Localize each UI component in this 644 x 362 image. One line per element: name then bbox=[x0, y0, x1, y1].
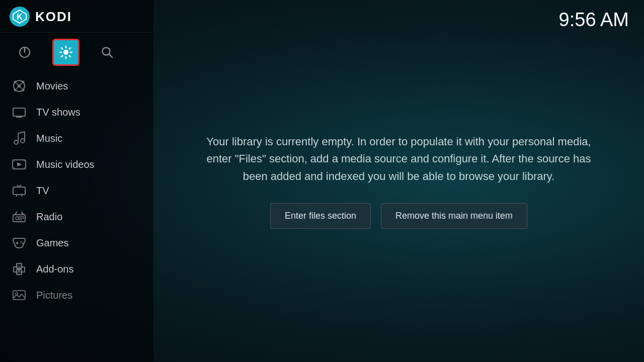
svg-rect-37 bbox=[24, 167, 26, 169]
svg-line-13 bbox=[61, 55, 63, 57]
svg-rect-56 bbox=[17, 263, 22, 268]
radio-icon bbox=[11, 209, 27, 225]
tvshows-icon bbox=[11, 104, 27, 120]
pictures-label: Pictures bbox=[36, 290, 72, 301]
svg-point-52 bbox=[21, 241, 22, 243]
search-button[interactable] bbox=[94, 39, 121, 66]
kodi-logo-icon: K bbox=[9, 6, 30, 27]
games-icon bbox=[11, 235, 27, 251]
enter-files-button[interactable]: Enter files section bbox=[270, 203, 371, 229]
sidebar-item-games[interactable]: Games bbox=[0, 230, 153, 256]
sidebar: K KODI bbox=[0, 0, 153, 362]
svg-point-5 bbox=[63, 50, 68, 55]
action-buttons: Enter files section Remove this main men… bbox=[198, 203, 600, 229]
svg-line-10 bbox=[61, 48, 63, 50]
sidebar-item-pictures[interactable]: Pictures bbox=[0, 282, 153, 308]
search-icon bbox=[101, 46, 114, 59]
svg-rect-58 bbox=[13, 291, 25, 300]
svg-rect-35 bbox=[24, 160, 26, 161]
sidebar-item-tv[interactable]: TV bbox=[0, 177, 153, 204]
svg-text:K: K bbox=[17, 13, 23, 21]
nav-list: Movies TV shows bbox=[0, 73, 153, 362]
svg-point-44 bbox=[16, 217, 19, 220]
sidebar-header: K KODI bbox=[0, 0, 153, 33]
pictures-icon bbox=[11, 287, 27, 303]
music-icon bbox=[11, 130, 27, 146]
svg-rect-57 bbox=[17, 269, 22, 275]
svg-rect-34 bbox=[13, 160, 15, 161]
power-button[interactable] bbox=[11, 39, 38, 66]
sidebar-item-radio[interactable]: Radio bbox=[0, 204, 153, 230]
music-videos-icon bbox=[11, 156, 27, 172]
movies-icon bbox=[11, 78, 27, 94]
sidebar-item-music[interactable]: Music bbox=[0, 125, 153, 151]
remove-menu-item-button[interactable]: Remove this main menu item bbox=[381, 203, 527, 229]
svg-point-53 bbox=[22, 243, 24, 244]
svg-marker-33 bbox=[17, 162, 22, 166]
music-videos-label: Music videos bbox=[36, 159, 95, 170]
empty-library-text: Your library is currently empty. In orde… bbox=[198, 133, 600, 185]
power-icon bbox=[18, 46, 31, 59]
svg-line-11 bbox=[69, 55, 71, 57]
svg-line-12 bbox=[69, 48, 71, 50]
tvshows-label: TV shows bbox=[36, 107, 80, 118]
svg-rect-24 bbox=[13, 108, 25, 116]
games-label: Games bbox=[36, 237, 68, 249]
clock: 9:56 AM bbox=[559, 9, 629, 31]
svg-rect-26 bbox=[16, 116, 22, 118]
settings-button[interactable] bbox=[52, 39, 79, 66]
tv-icon bbox=[11, 183, 27, 199]
settings-icon bbox=[58, 45, 73, 60]
sidebar-item-music-videos[interactable]: Music videos bbox=[0, 151, 153, 177]
sidebar-item-tvshows[interactable]: TV shows bbox=[0, 99, 153, 125]
svg-rect-36 bbox=[13, 167, 15, 169]
top-icon-bar bbox=[0, 33, 153, 73]
kodi-wordmark: KODI bbox=[35, 9, 72, 25]
radio-label: Radio bbox=[36, 211, 62, 223]
tv-label: TV bbox=[36, 185, 49, 197]
music-label: Music bbox=[36, 133, 62, 144]
svg-line-31 bbox=[18, 132, 25, 133]
movies-label: Movies bbox=[36, 80, 68, 92]
svg-rect-38 bbox=[13, 187, 25, 195]
addons-label: Add-ons bbox=[36, 263, 74, 275]
addons-icon bbox=[11, 261, 27, 277]
sidebar-item-addons[interactable]: Add-ons bbox=[0, 256, 153, 282]
sidebar-item-movies[interactable]: Movies bbox=[0, 73, 153, 99]
svg-point-28 bbox=[21, 139, 25, 143]
svg-point-27 bbox=[14, 140, 18, 144]
svg-line-15 bbox=[109, 54, 113, 58]
kodi-logo: K KODI bbox=[9, 6, 72, 27]
library-message-container: Your library is currently empty. In orde… bbox=[178, 133, 620, 228]
main-content: Your library is currently empty. In orde… bbox=[153, 0, 644, 362]
